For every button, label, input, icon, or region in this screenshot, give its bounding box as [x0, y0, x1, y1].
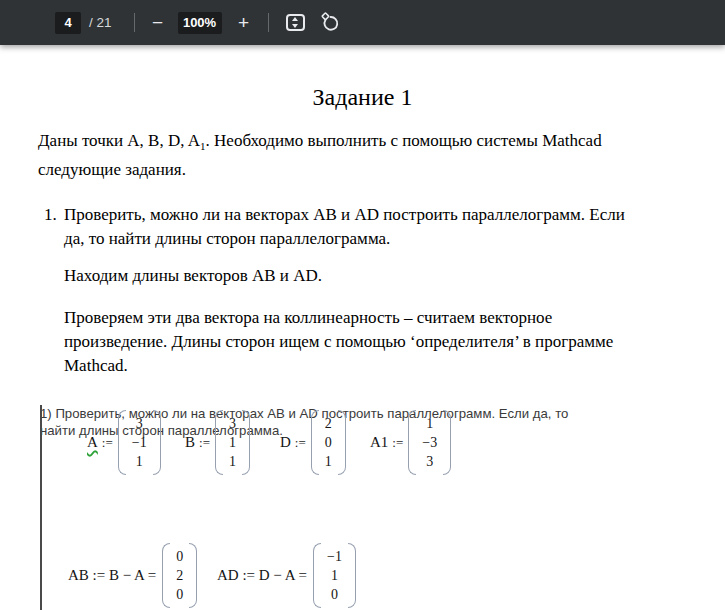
pdf-toolbar: / 21 − 100% + — [0, 0, 725, 45]
variable-name: B — [185, 434, 195, 451]
calc-expression: AD := D − A = — [217, 567, 307, 584]
matrix-value: 1 — [229, 433, 236, 452]
matrix-value: 1 — [229, 452, 236, 471]
toolbar-separator — [134, 13, 135, 32]
matrix-value: 3 — [426, 452, 433, 471]
toolbar-separator — [268, 13, 269, 32]
calc-expression: AB := B − A = — [68, 567, 156, 584]
matrix-paren-left — [311, 410, 319, 475]
matrix-paren-right — [242, 410, 250, 475]
check-line-2: произведение. Длины сторон ищем с помощь… — [64, 330, 685, 354]
assign-operator: := — [102, 435, 113, 451]
calc-AD: AD := D − A = −110 — [217, 543, 356, 608]
mathcad-region-border — [40, 405, 42, 610]
zoom-level-badge: 100% — [178, 12, 222, 34]
assign-operator: := — [199, 435, 210, 451]
matrix-values: 1−33 — [416, 410, 443, 475]
matrix-paren-left — [408, 410, 416, 475]
matrix-value: 1 — [426, 414, 433, 433]
plus-icon: + — [238, 12, 249, 34]
minus-icon: − — [152, 12, 163, 34]
rotate-counterclockwise-button[interactable] — [320, 12, 341, 33]
matrix: 1−33 — [408, 410, 451, 475]
matrix-value: 2 — [176, 566, 183, 585]
matrix-value: 1 — [331, 566, 338, 585]
definition-A: A := 3−11 — [87, 410, 161, 475]
variable-name: A — [87, 434, 98, 451]
matrix-value: 1 — [325, 452, 332, 471]
matrix-value: 1 — [136, 452, 143, 471]
intro-paragraph: Даны точки A, B, D, A1. Необходимо выпол… — [0, 129, 725, 182]
page-number-input[interactable] — [55, 12, 81, 34]
matrix-paren-right — [443, 410, 451, 475]
definition-B: B := 311 — [185, 410, 250, 475]
matrix-value: −3 — [422, 433, 437, 452]
zoom-out-button[interactable]: − — [149, 11, 167, 35]
matrix-value: 0 — [176, 585, 183, 604]
matrix: 020 — [162, 543, 197, 608]
matrix-value: −1 — [132, 433, 147, 452]
matrix-paren-right — [338, 410, 346, 475]
matrix-values: 020 — [170, 543, 189, 608]
variable-name: A1 — [370, 434, 388, 451]
matrix-values: 3−11 — [126, 410, 153, 475]
item-line-2: да, то найти длины сторон параллелограмм… — [64, 227, 625, 251]
numbered-list-item: 1. Проверить, можно ли на векторах AB и … — [0, 203, 725, 251]
intro-line-2: следующие задания. — [38, 158, 685, 182]
matrix-value: 3 — [229, 414, 236, 433]
matrix-value: 0 — [325, 433, 332, 452]
collinearity-paragraph: Проверяем эти два вектора на коллинеарно… — [0, 306, 725, 378]
list-number: 1. — [44, 203, 64, 251]
check-line-1: Проверяем эти два вектора на коллинеарно… — [64, 306, 685, 330]
matrix-paren-left — [215, 410, 223, 475]
matrix-paren-right — [153, 410, 161, 475]
matrix-value: 2 — [325, 414, 332, 433]
page-title: Задание 1 — [0, 82, 725, 112]
rotate-counterclockwise-icon — [320, 12, 341, 33]
item-line-1: Проверить, можно ли на векторах AB и AD … — [64, 203, 625, 227]
assign-operator: := — [295, 435, 306, 451]
matrix-paren-left — [313, 543, 321, 608]
matrix: −110 — [313, 543, 356, 608]
calc-AB: AB := B − A = 020 — [68, 543, 197, 608]
matrix-values: −110 — [321, 543, 348, 608]
matrix-value: 0 — [331, 585, 338, 604]
matrix-paren-right — [189, 543, 197, 608]
variable-name: D — [280, 434, 291, 451]
matrix-paren-right — [348, 543, 356, 608]
definition-A1: A1 := 1−33 — [370, 410, 451, 475]
mathcad-screenshot: A := 3−11 B := 311 D := 201 A1 := 1−33 1… — [40, 405, 700, 610]
matrix-value: 3 — [136, 414, 143, 433]
matrix-paren-left — [118, 410, 126, 475]
definition-D: D := 201 — [280, 410, 346, 475]
matrix-value: 0 — [176, 547, 183, 566]
matrix-value: −1 — [327, 547, 342, 566]
matrix-paren-left — [162, 543, 170, 608]
matrix-values: 311 — [223, 410, 242, 475]
zoom-in-button[interactable]: + — [235, 11, 253, 35]
check-line-3: Mathcad. — [64, 354, 685, 378]
pdf-page: Задание 1 Даны точки A, B, D, A1. Необхо… — [0, 82, 725, 610]
matrix: 201 — [311, 410, 346, 475]
matrix: 3−11 — [118, 410, 161, 475]
page-total-label: / 21 — [89, 15, 112, 30]
intro-line-1: Даны точки A, B, D, A1. Необходимо выпол… — [38, 129, 685, 158]
assign-operator: := — [392, 435, 403, 451]
fit-to-page-icon — [286, 14, 305, 31]
fit-to-page-button[interactable] — [286, 14, 305, 31]
matrix: 311 — [215, 410, 250, 475]
find-lengths-paragraph: Находим длины векторов AB и AD. — [0, 264, 725, 288]
matrix-values: 201 — [319, 410, 338, 475]
